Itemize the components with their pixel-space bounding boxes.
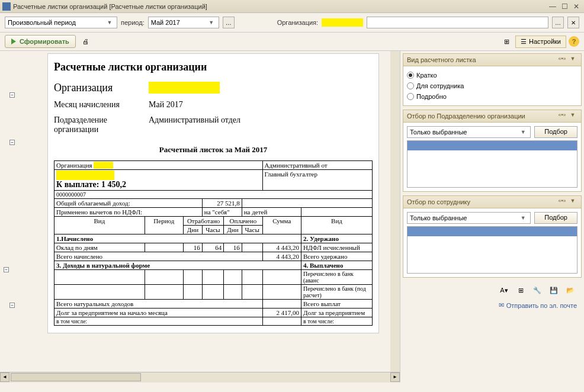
dept-pick-button[interactable]: Подбор (534, 126, 577, 138)
grid-button[interactable]: ⊞ (514, 284, 527, 297)
row-ndfl: НДФЛ исчисленный (301, 243, 373, 252)
emp-pick-button[interactable]: Подбор (534, 212, 577, 224)
help-button[interactable]: ? (569, 36, 579, 47)
dept-filter-list[interactable] (407, 140, 577, 188)
dept-filter-dropdown[interactable]: Только выбранные ▼ (407, 126, 531, 138)
section-withheld: 2. Удержано (301, 234, 373, 243)
mail-icon: ✉ (499, 301, 504, 309)
window-title: Расчетные листки организаций [Расчетные … (13, 3, 547, 10)
section-paid: 4. Выплачено (301, 261, 373, 270)
send-toolbar: ✉ Отправить по эл. почте (403, 299, 582, 311)
org-redacted (149, 82, 220, 94)
send-label: Отправить по эл. почте (506, 302, 577, 309)
row-including2: в том числе: (301, 317, 373, 326)
radio-brief[interactable]: Кратко (407, 70, 577, 81)
val-debt-start: 2 417,00 (262, 309, 301, 317)
document-scroll[interactable]: Расчетные листки организации Организация… (18, 51, 400, 372)
panel-collapse-button[interactable]: «•» (557, 198, 567, 206)
scroll-track[interactable] (9, 372, 390, 383)
scroll-left-button[interactable]: ◄ (0, 372, 9, 382)
section-natural: 3. Доходы в натуральной форме (54, 261, 301, 270)
panel-close-button[interactable]: ▼ (568, 198, 577, 206)
org-picker-button[interactable]: … (552, 17, 564, 28)
panel-collapse-button[interactable]: «•» (557, 56, 567, 64)
generate-button[interactable]: Сформировать (5, 35, 76, 48)
panel-close-button[interactable]: ▼ (568, 56, 577, 64)
col-type2: Вид (301, 217, 373, 234)
row-including: в том числе: (54, 317, 263, 326)
name-redacted (56, 171, 114, 180)
font-button[interactable]: A▾ (498, 284, 511, 297)
org-label: Организация (54, 82, 149, 94)
outline-node[interactable]: − (9, 92, 15, 98)
period-type-dropdown[interactable]: Произвольный период ▼ (5, 17, 117, 28)
settings-button[interactable]: ☰ Настройки (515, 36, 566, 48)
deductions-self: на "себя" (202, 208, 242, 217)
emp-filter-list[interactable] (407, 226, 577, 274)
outline-node[interactable]: − (9, 140, 15, 145)
print-button[interactable]: 🖨 (79, 35, 92, 48)
vertical-scrollbar[interactable] (390, 51, 400, 372)
col-days2: Дни (224, 226, 242, 234)
radio-icon (407, 72, 414, 79)
col-hours: Часы (202, 226, 223, 234)
scroll-right-button[interactable]: ► (390, 372, 400, 382)
panel-collapse-button[interactable]: «•» (557, 112, 567, 120)
maximize-button[interactable]: ☐ (559, 2, 570, 11)
org-label: Организация: (277, 19, 318, 26)
action-toolbar: Сформировать 🖨 ⊞ ☰ Настройки ? (0, 33, 584, 51)
period-picker-button[interactable]: … (223, 17, 235, 28)
taxable-label: Общий облагаемый доход: (54, 199, 203, 208)
radio-detailed[interactable]: Подробно (407, 91, 577, 102)
col-type: Вид (54, 217, 145, 234)
period-value: Май 2017 (151, 19, 180, 26)
save-button[interactable]: 💾 (547, 284, 560, 297)
dropdown-arrow-icon: ▼ (518, 129, 528, 135)
minimize-button[interactable]: — (547, 2, 558, 11)
row-total-withheld: Всего удержано (301, 252, 373, 261)
radio-employee[interactable]: Для сотрудника (407, 81, 577, 91)
row-debt-start: Долг за предприятием на начало месяца (54, 309, 263, 317)
col-worked: Отработано (184, 217, 224, 226)
emp-number: 0000000007 (54, 191, 373, 199)
period-dropdown[interactable]: Май 2017 ▼ (148, 17, 219, 28)
dept-label: Подразделение организации (54, 115, 149, 134)
outline-node[interactable]: − (9, 303, 15, 308)
radio-icon (407, 93, 414, 100)
open-button[interactable]: 📂 (564, 284, 577, 297)
row-salary: Оклад по дням (54, 243, 145, 252)
horizontal-scrollbar[interactable]: ◄ ► (0, 372, 400, 383)
tool-button[interactable]: 🔧 (531, 284, 544, 297)
position-right: Главный бухгалтер (262, 170, 372, 191)
close-button[interactable]: ✕ (571, 2, 582, 11)
outline-node[interactable]: − (4, 267, 9, 272)
dept-value: Административный отдел (149, 115, 240, 134)
col-days: Дни (184, 226, 203, 234)
dept-filter-body: Только выбранные ▼ Подбор (403, 123, 582, 192)
dept-right: Административный от (262, 161, 372, 170)
emp-filter-header: Отбор по сотруднику «•» ▼ (403, 195, 582, 208)
send-email-link[interactable]: ✉ Отправить по эл. почте (499, 301, 577, 309)
col-hours2: Часы (242, 226, 262, 234)
val-h1: 64 (202, 243, 223, 252)
panel-close-button[interactable]: ▼ (568, 112, 577, 120)
row-bank-payroll: Перечислено в банк (под расчет) (301, 285, 373, 300)
list-item[interactable] (407, 227, 577, 236)
section-accrued: 1.Начислено (54, 234, 301, 243)
document-area: − − − − Расчетные листки организации Орг… (0, 51, 400, 383)
play-icon (11, 38, 16, 44)
org-input[interactable] (367, 17, 548, 28)
grid-button[interactable]: ⊞ (500, 35, 513, 48)
settings-label: Настройки (529, 38, 561, 45)
month-label: Месяц начисления (54, 100, 149, 110)
radio-label: Для сотрудника (416, 82, 464, 89)
dropdown-arrow-icon: ▼ (105, 20, 114, 25)
list-item[interactable] (407, 141, 577, 150)
scroll-thumb[interactable] (11, 373, 141, 381)
outline-gutter: − − − − (0, 51, 18, 383)
radio-label: Подробно (416, 93, 447, 100)
titlebar: Расчетные листки организаций [Расчетные … (0, 0, 584, 13)
month-value: Май 2017 (149, 100, 183, 110)
emp-filter-dropdown[interactable]: Только выбранные ▼ (407, 212, 531, 224)
org-clear-button[interactable]: ✕ (567, 17, 579, 28)
